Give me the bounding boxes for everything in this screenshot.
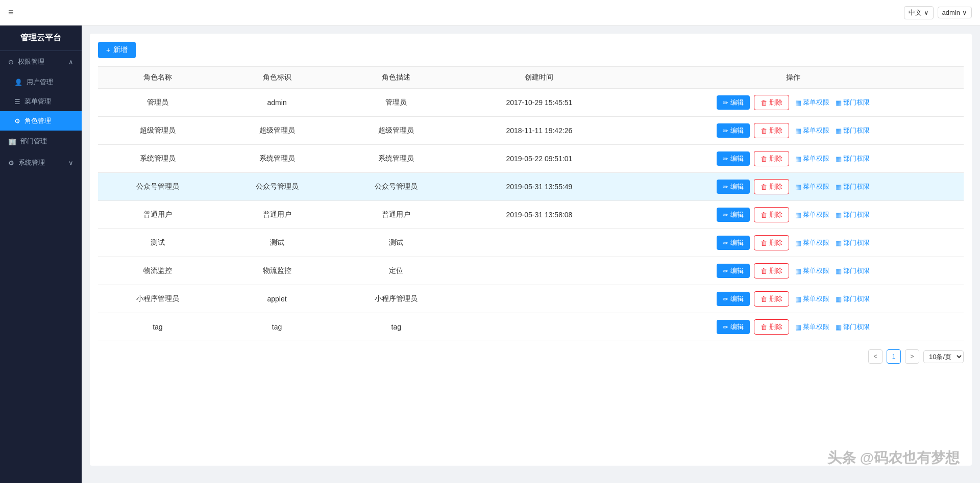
sys-group-left: ⚙ 系统管理	[8, 158, 45, 167]
menu-perm-button-8[interactable]: ▦ 菜单权限	[795, 322, 829, 332]
delete-button-2[interactable]: 🗑 删除	[754, 151, 789, 166]
sidebar-group-dept-header[interactable]: 🏢 部门管理	[0, 131, 82, 152]
cell-identifier-5: 测试	[217, 229, 337, 257]
table-row: 小程序管理员 applet 小程序管理员 ✏ 编辑 🗑 删除 ▦ 菜单权限 ▦	[98, 285, 964, 313]
cell-description-2: 系统管理员	[336, 145, 456, 173]
delete-button-3[interactable]: 🗑 删除	[754, 179, 789, 194]
sidebar-group-system-header[interactable]: ⚙ 系统管理 ∨	[0, 152, 82, 173]
edit-button-2[interactable]: ✏ 编辑	[717, 151, 750, 166]
cell-actions-6: ✏ 编辑 🗑 删除 ▦ 菜单权限 ▦ 部门权限	[623, 257, 964, 285]
edit-button-6[interactable]: ✏ 编辑	[717, 264, 750, 278]
cell-identifier-6: 物流监控	[217, 257, 337, 285]
edit-label-4: 编辑	[730, 210, 744, 219]
dept-group-left: 🏢 部门管理	[8, 137, 47, 146]
add-button[interactable]: + 新增	[98, 42, 136, 58]
menu-perm-button-5[interactable]: ▦ 菜单权限	[795, 238, 829, 247]
sidebar-item-role-mgmt[interactable]: ⚙ 角色管理	[0, 111, 82, 131]
edit-button-3[interactable]: ✏ 编辑	[717, 180, 750, 194]
table-row: 超级管理员 超级管理员 超级管理员 2018-11-11 19:42:26 ✏ …	[98, 117, 964, 145]
dept-perm-button-7[interactable]: ▦ 部门权限	[836, 294, 870, 303]
delete-button-0[interactable]: 🗑 删除	[754, 95, 789, 110]
menu-perm-button-3[interactable]: ▦ 菜单权限	[795, 182, 829, 191]
menu-perm-button-0[interactable]: ▦ 菜单权限	[795, 98, 829, 107]
cell-created-6	[456, 257, 622, 285]
plus-icon: +	[106, 46, 110, 54]
menu-perm-label-7: 菜单权限	[803, 294, 829, 303]
delete-label-2: 删除	[769, 154, 782, 163]
dept-perm-icon-2: ▦	[836, 155, 842, 163]
menu-perm-icon-4: ▦	[795, 211, 801, 219]
language-selector[interactable]: 中文 ∨	[904, 6, 934, 19]
dept-perm-label-1: 部门权限	[843, 126, 870, 135]
menu-perm-icon-0: ▦	[795, 99, 801, 107]
delete-icon-3: 🗑	[761, 183, 767, 191]
dept-perm-button-8[interactable]: ▦ 部门权限	[836, 322, 870, 332]
page-size-selector[interactable]: 10条/页	[923, 350, 964, 363]
delete-label-7: 删除	[769, 294, 782, 303]
delete-button-7[interactable]: 🗑 删除	[754, 291, 789, 307]
cell-name-7: 小程序管理员	[98, 285, 217, 313]
sidebar-item-menu-mgmt[interactable]: ☰ 菜单管理	[0, 92, 82, 111]
edit-button-8[interactable]: ✏ 编辑	[717, 320, 750, 334]
main-content: + 新增 角色名称 角色标识 角色描述 创建时间 操作 管理员	[82, 26, 980, 483]
admin-user-menu[interactable]: admin ∨	[938, 7, 972, 18]
col-role-identifier: 角色标识	[217, 67, 337, 89]
menu-perm-label-5: 菜单权限	[803, 238, 829, 247]
delete-button-6[interactable]: 🗑 删除	[754, 263, 789, 278]
menu-perm-button-7[interactable]: ▦ 菜单权限	[795, 294, 829, 303]
cell-actions-3: ✏ 编辑 🗑 删除 ▦ 菜单权限 ▦ 部门权限	[623, 173, 964, 201]
cell-actions-4: ✏ 编辑 🗑 删除 ▦ 菜单权限 ▦ 部门权限	[623, 201, 964, 229]
dept-perm-label-4: 部门权限	[843, 210, 870, 219]
sidebar-group-dept-label: 部门管理	[20, 137, 47, 146]
edit-button-0[interactable]: ✏ 编辑	[717, 95, 750, 110]
dept-perm-button-3[interactable]: ▦ 部门权限	[836, 182, 870, 191]
edit-button-7[interactable]: ✏ 编辑	[717, 292, 750, 306]
dept-perm-button-6[interactable]: ▦ 部门权限	[836, 266, 870, 275]
delete-button-1[interactable]: 🗑 删除	[754, 123, 789, 138]
page-1-button[interactable]: 1	[887, 349, 901, 364]
delete-button-8[interactable]: 🗑 删除	[754, 319, 789, 335]
sidebar-logo: 管理云平台	[0, 26, 82, 51]
edit-label-2: 编辑	[730, 154, 744, 163]
dept-perm-label-7: 部门权限	[843, 294, 870, 303]
dept-icon: 🏢	[8, 138, 16, 145]
cell-created-3: 2019-05-31 13:55:49	[456, 173, 622, 201]
edit-label-7: 编辑	[730, 294, 744, 303]
sidebar-group-permission-header[interactable]: ⊙ 权限管理 ∧	[0, 51, 82, 72]
dept-perm-button-0[interactable]: ▦ 部门权限	[836, 98, 870, 107]
cell-name-6: 物流监控	[98, 257, 217, 285]
edit-button-5[interactable]: ✏ 编辑	[717, 236, 750, 250]
col-role-name: 角色名称	[98, 67, 217, 89]
next-page-button[interactable]: >	[905, 349, 919, 364]
dept-perm-button-2[interactable]: ▦ 部门权限	[836, 154, 870, 163]
dept-perm-button-5[interactable]: ▦ 部门权限	[836, 238, 870, 247]
menu-perm-button-4[interactable]: ▦ 菜单权限	[795, 210, 829, 219]
menu-toggle-icon[interactable]: ≡	[8, 7, 14, 18]
dept-perm-button-4[interactable]: ▦ 部门权限	[836, 210, 870, 219]
left-arrow-icon: <	[873, 353, 877, 360]
cell-name-1: 超级管理员	[98, 117, 217, 145]
dept-perm-label-5: 部门权限	[843, 238, 870, 247]
menu-perm-button-1[interactable]: ▦ 菜单权限	[795, 126, 829, 135]
sidebar-item-user-mgmt[interactable]: 👤 用户管理	[0, 72, 82, 92]
col-role-description: 角色描述	[336, 67, 456, 89]
cell-actions-7: ✏ 编辑 🗑 删除 ▦ 菜单权限 ▦ 部门权限	[623, 285, 964, 313]
menu-perm-label-0: 菜单权限	[803, 98, 829, 107]
cell-identifier-0: admin	[217, 89, 337, 117]
menu-perm-icon-7: ▦	[795, 295, 801, 303]
cell-description-5: 测试	[336, 229, 456, 257]
menu-perm-button-6[interactable]: ▦ 菜单权限	[795, 266, 829, 275]
menu-perm-icon-6: ▦	[795, 267, 801, 275]
delete-button-4[interactable]: 🗑 删除	[754, 207, 789, 222]
edit-button-1[interactable]: ✏ 编辑	[717, 123, 750, 138]
sidebar-group-system-label: 系统管理	[18, 158, 45, 167]
sidebar-item-user-label: 用户管理	[27, 78, 53, 87]
cell-identifier-3: 公众号管理员	[217, 173, 337, 201]
edit-label-0: 编辑	[730, 98, 744, 107]
delete-button-5[interactable]: 🗑 删除	[754, 235, 789, 250]
edit-button-4[interactable]: ✏ 编辑	[717, 208, 750, 222]
dept-perm-button-1[interactable]: ▦ 部门权限	[836, 126, 870, 135]
delete-icon-0: 🗑	[761, 99, 767, 107]
prev-page-button[interactable]: <	[868, 349, 883, 364]
menu-perm-button-2[interactable]: ▦ 菜单权限	[795, 154, 829, 163]
